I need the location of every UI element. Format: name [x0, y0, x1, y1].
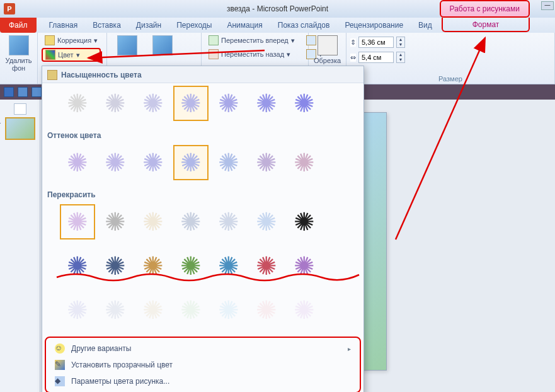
color-swatch[interactable]: ✺ — [211, 145, 246, 180]
color-swatch[interactable]: ✺ — [135, 86, 171, 121]
more-variants-label: Другие варианты — [71, 344, 131, 353]
color-swatch[interactable]: ✺ — [135, 145, 171, 180]
tone-section-header: Оттенок цвета — [42, 127, 363, 142]
window-controls: — — [541, 1, 554, 10]
color-swatch[interactable]: ✺ — [60, 292, 95, 328]
corrections-icon — [45, 35, 55, 45]
undo-icon[interactable] — [18, 87, 28, 97]
tab-insert[interactable]: Вставка — [85, 21, 129, 30]
recolor-swatches-3: ✺✺✺✺✺✺✺ — [42, 290, 363, 334]
send-backward-label: Переместить назад — [221, 50, 284, 58]
color-swatch[interactable]: ✺ — [287, 86, 322, 121]
color-swatch[interactable]: ✺ — [173, 204, 209, 239]
corrections-button[interactable]: Коррекция ▾ — [42, 34, 101, 47]
color-swatch[interactable]: ✺ — [173, 292, 209, 328]
recolor-section-header: Перекрасить — [42, 187, 363, 202]
tab-animations[interactable]: Анимация — [219, 21, 270, 30]
saturation-swatches: ✺✺✺✺✺✺✺ — [42, 83, 363, 127]
color-swatch[interactable]: ✺ — [211, 86, 246, 121]
picture-styles-2[interactable] — [146, 34, 179, 58]
powerpoint-icon: P — [4, 3, 15, 14]
slide-number: 1 — [0, 117, 1, 125]
save-icon[interactable] — [4, 87, 14, 97]
color-swatch[interactable]: ✺ — [249, 204, 284, 239]
color-swatch[interactable]: ✺ — [249, 292, 284, 328]
tab-home[interactable]: Главная — [42, 21, 86, 30]
color-swatch[interactable]: ✺ — [60, 145, 95, 180]
picture-tools-context-tab[interactable]: Работа с рисунками — [440, 0, 530, 18]
height-field[interactable] — [358, 37, 394, 48]
crop-button[interactable]: Обрезка — [312, 34, 342, 66]
outline-tab-icon[interactable] — [14, 103, 26, 115]
title-bar: P звезда - Microsoft PowerPoint Работа с… — [0, 0, 555, 18]
color-swatch[interactable]: ✺ — [249, 248, 284, 284]
color-options-label: Параметры цвета рисунка... — [71, 377, 169, 386]
submenu-arrow-icon: ▸ — [348, 345, 351, 352]
height-spinner[interactable]: ▲▼ — [396, 37, 405, 48]
color-swatch[interactable]: ✺ — [60, 86, 95, 121]
send-backward-button[interactable]: Переместить назад ▾ — [205, 48, 298, 61]
color-swatch[interactable]: ✺ — [135, 204, 171, 239]
saturation-section-header: Насыщенность цвета — [42, 66, 363, 83]
tab-format[interactable]: Формат — [442, 18, 530, 32]
slide-thumbnail-panel: 1 — [0, 100, 40, 392]
color-swatch[interactable]: ✺ — [98, 204, 133, 239]
redo-icon[interactable] — [31, 87, 42, 97]
color-swatch[interactable]: ✺ — [287, 204, 322, 239]
color-swatch[interactable]: ✺ — [211, 204, 246, 239]
tab-review[interactable]: Рецензирование — [337, 21, 411, 30]
height-icon: ⇕ — [350, 38, 356, 47]
color-swatch[interactable]: ✺ — [287, 145, 322, 180]
color-swatch[interactable]: ✺ — [211, 248, 246, 284]
size-group-label: Размер — [350, 75, 551, 83]
corrections-label: Коррекция — [57, 37, 91, 44]
tab-transitions[interactable]: Переходы — [169, 21, 219, 30]
color-swatch[interactable]: ✺ — [287, 292, 322, 328]
color-swatch[interactable]: ✺ — [98, 86, 133, 121]
send-backward-icon — [209, 49, 219, 59]
bring-forward-button[interactable]: Переместить вперед ▾ — [205, 34, 298, 47]
tab-view[interactable]: Вид — [411, 21, 440, 30]
color-swatch[interactable]: ✺ — [98, 248, 133, 284]
slide-thumbnail-1[interactable] — [5, 117, 35, 140]
tab-design[interactable]: Дизайн — [129, 21, 169, 30]
color-swatch[interactable]: ✺ — [60, 204, 95, 239]
height-input[interactable]: ⇕ ▲▼ — [350, 37, 405, 48]
more-variants-icon: ☺ — [55, 343, 65, 354]
color-swatch[interactable]: ✺ — [211, 292, 246, 328]
color-swatch[interactable]: ✺ — [98, 145, 133, 180]
tab-file[interactable]: Файл — [0, 18, 37, 33]
remove-bg-label: Удалить фон — [5, 57, 32, 72]
width-input[interactable]: ⇔ ▲▼ — [350, 52, 405, 63]
minimize-button[interactable]: — — [541, 1, 554, 10]
dropdown-icon: ▾ — [76, 51, 80, 59]
width-field[interactable] — [358, 52, 394, 63]
tab-slideshow[interactable]: Показ слайдов — [270, 21, 338, 30]
color-swatch[interactable]: ✺ — [98, 292, 133, 328]
bring-forward-label: Переместить вперед — [221, 37, 289, 44]
color-button[interactable]: Цвет ▾ — [42, 48, 101, 62]
recolor-swatches-2: ✺✺✺✺✺✺✺ — [42, 246, 363, 290]
color-swatch[interactable]: ✺ — [173, 145, 209, 180]
set-transparent-label: Установить прозрачный цвет — [71, 360, 173, 369]
color-icon — [45, 50, 55, 60]
more-variants-item[interactable]: ☺ Другие варианты ▸ — [46, 340, 360, 357]
color-swatch[interactable]: ✺ — [249, 145, 284, 180]
picture-styles[interactable] — [111, 34, 144, 58]
color-swatch[interactable]: ✺ — [173, 248, 209, 284]
color-swatch[interactable]: ✺ — [135, 292, 171, 328]
remove-background-button[interactable]: Удалить фон — [4, 34, 33, 73]
pencil-icon: ✎ — [55, 360, 65, 370]
color-options-item[interactable]: ◆ Параметры цвета рисунка... — [46, 373, 360, 389]
color-swatch[interactable]: ✺ — [135, 248, 171, 284]
crop-icon — [318, 35, 338, 55]
style-icon — [117, 35, 137, 55]
color-swatch[interactable]: ✺ — [249, 86, 284, 121]
color-swatch[interactable]: ✺ — [287, 248, 322, 284]
color-swatch[interactable]: ✺ — [60, 248, 95, 284]
color-swatch[interactable]: ✺ — [173, 86, 209, 121]
dropdown-icon: ▾ — [94, 37, 98, 45]
window-title: звезда - Microsoft PowerPoint — [227, 4, 328, 13]
set-transparent-item[interactable]: ✎ Установить прозрачный цвет — [46, 357, 360, 373]
width-spinner[interactable]: ▲▼ — [396, 52, 405, 63]
